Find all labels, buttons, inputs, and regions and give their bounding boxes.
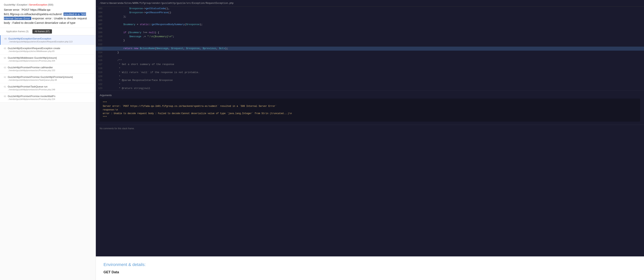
line-content: * @param ResponseInterface $response	[106, 78, 644, 83]
code-line: 108	[96, 27, 644, 31]
line-number: 112	[98, 43, 106, 46]
line-content: /**	[106, 59, 644, 63]
frame-content: GuzzleHttp\Promise\Promise GuzzleHttp\Pr…	[8, 76, 92, 81]
app-frames-button[interactable]: Application frames (3)	[4, 29, 31, 34]
error-header: GuzzleHttp \ Exception \ ServerException…	[0, 0, 96, 28]
line-number: 120	[98, 75, 106, 78]
code-line: 119 * Will return `null` if the response…	[96, 71, 644, 75]
code-line: 112	[96, 43, 644, 47]
code-block: 103 $response->getStatusCode(), 104 $res…	[96, 7, 644, 91]
error-message: Server error: `POST https://fifada-qa-lb…	[4, 8, 92, 25]
line-content: }	[106, 51, 644, 55]
frame-content: GuzzleHttp\Promise\TaskQueue run ../vend…	[8, 85, 92, 91]
line-content: * Get a short summary of the response	[106, 63, 644, 67]
line-content: $response->getStatusCode(),	[106, 7, 644, 11]
frame-number: 65	[4, 47, 6, 50]
line-content	[106, 43, 644, 47]
frame-file: ../vendor/guzzlehttp/promises/src/Promis…	[8, 98, 92, 100]
code-line: 107 $summary = static::getResponseBodySu…	[96, 23, 644, 27]
line-content: if ($summary !== null) {	[106, 31, 644, 35]
frame-class: GuzzleHttp\Promise\Promise GuzzleHttp\Pr…	[8, 76, 92, 78]
code-line: 104 $response->getReasonPhrase()	[96, 11, 644, 15]
frame-file: ../vendor/guzzlehttp/guzzle/src/Exceptio…	[8, 41, 92, 43]
line-content: *	[106, 67, 644, 71]
frame-content: GuzzleHttp\Exception\ServerException ../…	[8, 37, 92, 43]
code-line: 103 $response->getStatusCode(),	[96, 7, 644, 11]
line-number: 119	[98, 71, 106, 74]
line-content: return new $className($message, $request…	[106, 47, 644, 51]
left-panel: GuzzleHttp \ Exception \ ServerException…	[0, 0, 96, 280]
line-number: 121	[98, 78, 106, 82]
frame-number: 60	[4, 95, 6, 97]
line-content	[106, 19, 644, 23]
frame-class: GuzzleHttp\Exception\ServerException	[8, 37, 92, 40]
code-line: 120 *	[96, 75, 644, 79]
line-content: $message .= ":\n{$summary}\n";	[106, 35, 644, 39]
frame-item[interactable]: 61 GuzzleHttp\Promise\TaskQueue run ../v…	[0, 83, 96, 93]
frame-item[interactable]: 64 GuzzleHttp\Middleware GuzzleHttp\{clo…	[0, 55, 96, 64]
frame-item[interactable]: 60 GuzzleHttp\Promise\Promise invokeWait…	[0, 93, 96, 102]
line-number: 114	[98, 51, 106, 55]
line-number: 109	[98, 31, 106, 35]
frame-file: ../vendor/guzzlehttp/promises/src/Promis…	[8, 60, 92, 62]
frames-list: 66 GuzzleHttp\Exception\ServerException …	[0, 35, 96, 280]
line-number: 115	[98, 55, 106, 59]
frame-file: ../vendor/guzzlehttp/promises/src/Promis…	[8, 69, 92, 72]
frame-item[interactable]: 66 GuzzleHttp\Exception\ServerException …	[0, 35, 96, 45]
line-number: 105	[98, 15, 106, 19]
frame-file: ../vendor/guzzlehttp/promises/src/Promis…	[8, 88, 92, 91]
line-number: 104	[98, 11, 106, 15]
code-line: 115	[96, 55, 644, 59]
line-number: 103	[98, 7, 106, 11]
frame-number: 62	[4, 76, 6, 78]
line-content: * Will return `null` if the response is …	[106, 71, 644, 75]
line-number: 122	[98, 83, 106, 86]
arguments-content: """Server error: `POST https://fifada-qa…	[103, 101, 292, 119]
all-frames-button[interactable]: All frames (67)	[32, 29, 52, 34]
line-number: 107	[98, 23, 106, 27]
frames-toggle-bar: Application frames (3) All frames (67)	[0, 28, 96, 35]
frame-number: 66	[4, 38, 7, 40]
code-line: 114 }	[96, 51, 644, 55]
frame-content: GuzzleHttp\Promise\Promise invokeWaitFn …	[8, 95, 92, 100]
breadcrumb-prefix: GuzzleHttp \ Exception \	[4, 4, 29, 6]
code-line-highlighted: 113 return new $className($message, $req…	[96, 47, 644, 51]
exception-class: ServerException	[29, 4, 47, 6]
line-content: $response->getReasonPhrase()	[106, 11, 644, 15]
line-content	[106, 55, 644, 59]
frame-file: ../vendor/guzzlehttp/guzzle/src/Middlewa…	[8, 50, 92, 52]
frame-class: GuzzleHttp\Promise\TaskQueue run	[8, 85, 92, 88]
code-line: 109 if ($summary !== null) {	[96, 31, 644, 35]
frame-content: GuzzleHttp\Promise\Promise callHandler .…	[8, 66, 92, 72]
code-line: 106	[96, 19, 644, 23]
frame-item[interactable]: 63 GuzzleHttp\Promise\Promise callHandle…	[0, 64, 96, 74]
line-number: 113	[98, 47, 106, 51]
arguments-label: Arguments	[100, 94, 640, 97]
frame-item[interactable]: 65 GuzzleHttp\Exception\RequestException…	[0, 45, 96, 55]
get-data-title: GET Data	[104, 270, 636, 274]
code-line: 105 );	[96, 15, 644, 19]
frame-number: 63	[4, 66, 6, 69]
code-line: 118 *	[96, 67, 644, 71]
code-section: /Users/davaeranda/Sites/WORK/fifgroup/ve…	[96, 0, 644, 256]
line-number: 106	[98, 19, 106, 23]
frame-content: GuzzleHttp\Middleware GuzzleHttp\{closur…	[8, 56, 92, 62]
code-line: 110 $message .= ":\n{$summary}\n";	[96, 35, 644, 39]
no-comments: No comments for this stack frame.	[96, 125, 644, 132]
frame-class: GuzzleHttp\Exception\RequestException cr…	[8, 47, 92, 50]
frame-number: 64	[4, 57, 6, 59]
frame-content: GuzzleHttp\Exception\RequestException cr…	[8, 47, 92, 52]
line-content: *	[106, 83, 644, 87]
frame-item[interactable]: 62 GuzzleHttp\Promise\Promise GuzzleHttp…	[0, 74, 96, 83]
file-path-bar: /Users/davaeranda/Sites/WORK/fifgroup/ve…	[96, 0, 644, 7]
line-content: }	[106, 39, 644, 43]
error-highlight: resulted in a `500 Internal Server Error…	[4, 13, 86, 20]
line-number: 110	[98, 35, 106, 39]
arguments-box: """Server error: `POST https://fifada-qa…	[100, 99, 640, 122]
code-line: 122 *	[96, 83, 644, 87]
line-content: *	[106, 75, 644, 79]
line-number: 108	[98, 27, 106, 31]
environment-title: Environment & details:	[104, 262, 636, 267]
environment-section: Environment & details: GET Data	[96, 256, 644, 280]
code-line: 111 }	[96, 39, 644, 43]
